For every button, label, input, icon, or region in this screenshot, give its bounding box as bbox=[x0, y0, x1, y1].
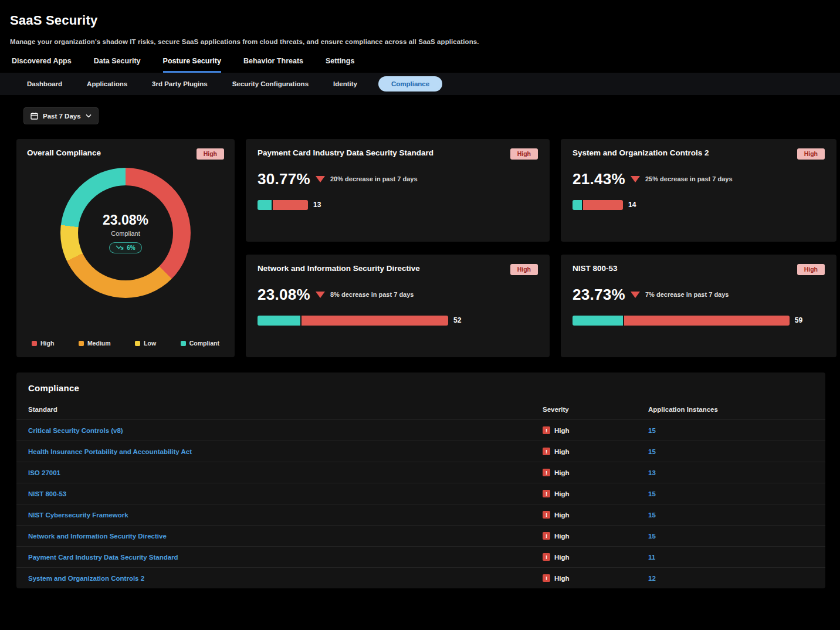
table-row: Payment Card Industry Data Security Stan… bbox=[16, 546, 825, 567]
top-tabs: Discovered Apps Data Security Posture Se… bbox=[0, 57, 840, 73]
severity-cell: ! High bbox=[543, 426, 648, 434]
trend-text: 7% decrease in past 7 days bbox=[645, 291, 729, 298]
severity-high-icon: ! bbox=[543, 574, 550, 582]
bar-track bbox=[258, 316, 448, 326]
subtab-applications[interactable]: Applications bbox=[83, 76, 131, 92]
donut-center: 23.08% Compliant 6% bbox=[78, 185, 173, 280]
subtab-dashboard[interactable]: Dashboard bbox=[23, 76, 66, 92]
compliance-percentage: 23.08% bbox=[258, 286, 310, 304]
standard-link[interactable]: ISO 27001 bbox=[28, 469, 543, 476]
trend-text: 8% decrease in past 7 days bbox=[330, 291, 414, 298]
chevron-down-icon bbox=[86, 114, 92, 118]
application-instances-link[interactable]: 12 bbox=[648, 575, 814, 582]
trend-text: 25% decrease in past 7 days bbox=[645, 175, 733, 182]
trend-text: 20% decrease in past 7 days bbox=[330, 175, 418, 182]
card-title: Overall Compliance bbox=[27, 148, 101, 157]
page-subtitle: Manage your organization's shadow IT ris… bbox=[10, 38, 828, 45]
bar-noncompliant bbox=[273, 200, 308, 210]
standard-card: NIST 800-53 High 23.73% 7% decrease in p… bbox=[561, 255, 836, 357]
severity-high-icon: ! bbox=[543, 490, 550, 497]
subtab-identity[interactable]: Identity bbox=[330, 76, 361, 92]
tab-data-security[interactable]: Data Security bbox=[94, 57, 141, 73]
severity-high-icon: ! bbox=[543, 448, 550, 455]
legend-swatch bbox=[32, 341, 37, 346]
legend-label: Low bbox=[144, 340, 156, 347]
legend-item: Low bbox=[135, 340, 156, 347]
table-title: Compliance bbox=[16, 383, 825, 393]
table-row: Critical Security Controls (v8) ! High 1… bbox=[16, 419, 825, 441]
table-row: NIST Cybersecurity Framework ! High 15 bbox=[16, 504, 825, 525]
instance-count: 14 bbox=[628, 201, 636, 209]
standard-link[interactable]: Payment Card Industry Data Security Stan… bbox=[28, 554, 543, 561]
trend-down-icon bbox=[631, 176, 640, 182]
application-instances-link[interactable]: 15 bbox=[648, 448, 814, 455]
standard-link[interactable]: Health Insurance Portability and Account… bbox=[28, 448, 543, 455]
bar-compliant bbox=[573, 200, 583, 210]
instance-count: 59 bbox=[795, 316, 802, 324]
donut-center-value: 23.08% bbox=[103, 212, 148, 228]
legend-item: Medium bbox=[79, 340, 111, 347]
table-row: NIST 800-53 ! High 15 bbox=[16, 483, 825, 504]
application-instances-link[interactable]: 15 bbox=[648, 533, 814, 540]
subtab-compliance[interactable]: Compliance bbox=[378, 76, 442, 92]
severity-cell: ! High bbox=[543, 511, 648, 519]
column-header-standard: Standard bbox=[28, 406, 543, 413]
compliance-percentage: 21.43% bbox=[573, 170, 625, 188]
subtab-3rd-party-plugins[interactable]: 3rd Party Plugins bbox=[148, 76, 211, 92]
application-instances-link[interactable]: 15 bbox=[648, 427, 814, 434]
application-instances-link[interactable]: 15 bbox=[648, 512, 814, 519]
page-header: SaaS Security Manage your organization's… bbox=[0, 0, 840, 45]
compliance-percentage: 23.73% bbox=[573, 286, 625, 304]
sub-nav: Dashboard Applications 3rd Party Plugins… bbox=[0, 73, 840, 95]
application-instances-link[interactable]: 13 bbox=[648, 469, 814, 476]
column-header-severity: Severity bbox=[543, 406, 648, 413]
application-instances-link[interactable]: 15 bbox=[648, 490, 814, 497]
standard-link[interactable]: System and Organization Controls 2 bbox=[28, 575, 543, 582]
severity-high-icon: ! bbox=[543, 511, 550, 519]
table-row: Health Insurance Portability and Account… bbox=[16, 441, 825, 462]
severity-label: High bbox=[554, 533, 570, 540]
legend-swatch bbox=[181, 341, 186, 346]
instance-count: 13 bbox=[313, 201, 321, 209]
severity-label: High bbox=[554, 469, 570, 476]
standard-link[interactable]: NIST Cybersecurity Framework bbox=[28, 512, 543, 519]
tab-behavior-threats[interactable]: Behavior Threats bbox=[243, 57, 303, 73]
severity-high-icon: ! bbox=[543, 553, 550, 561]
bar-track bbox=[573, 200, 623, 210]
severity-cell: ! High bbox=[543, 532, 648, 540]
severity-cell: ! High bbox=[543, 448, 648, 455]
tab-posture-security[interactable]: Posture Security bbox=[163, 57, 221, 73]
bar-noncompliant bbox=[302, 316, 448, 326]
legend-swatch bbox=[79, 341, 84, 346]
compliance-percentage: 30.77% bbox=[258, 170, 310, 188]
tab-settings[interactable]: Settings bbox=[326, 57, 354, 73]
date-range-dropdown[interactable]: Past 7 Days bbox=[23, 107, 99, 124]
severity-badge: High bbox=[197, 148, 224, 160]
bar-noncompliant bbox=[583, 200, 623, 210]
tab-discovered-apps[interactable]: Discovered Apps bbox=[12, 57, 72, 73]
column-header-application-instances: Application Instances bbox=[648, 406, 814, 413]
subtab-security-configurations[interactable]: Security Configurations bbox=[229, 76, 312, 92]
overall-compliance-card: Overall Compliance High 23.08% Compliant… bbox=[16, 139, 235, 357]
severity-label: High bbox=[554, 554, 570, 561]
donut-legend: High Medium Low Compliant bbox=[27, 340, 224, 348]
trend-down-icon bbox=[316, 292, 325, 298]
severity-high-icon: ! bbox=[543, 532, 550, 540]
bar-compliant bbox=[258, 200, 273, 210]
bar-noncompliant bbox=[624, 316, 790, 326]
standard-link[interactable]: Network and Information Security Directi… bbox=[28, 533, 543, 540]
bar-compliant bbox=[258, 316, 302, 326]
card-title: NIST 800-53 bbox=[573, 264, 618, 273]
severity-label: High bbox=[554, 575, 570, 582]
bar-compliant bbox=[573, 316, 624, 326]
legend-item: High bbox=[32, 340, 54, 347]
application-instances-link[interactable]: 11 bbox=[648, 554, 814, 561]
standard-link[interactable]: Critical Security Controls (v8) bbox=[28, 427, 543, 434]
legend-item: Compliant bbox=[181, 340, 219, 347]
card-title: Network and Information Security Directi… bbox=[258, 264, 420, 273]
instance-count: 52 bbox=[453, 316, 461, 324]
standard-link[interactable]: NIST 800-53 bbox=[28, 490, 543, 497]
standard-card: Network and Information Security Directi… bbox=[246, 255, 550, 357]
standard-card: Payment Card Industry Data Security Stan… bbox=[246, 139, 550, 242]
card-title: System and Organization Controls 2 bbox=[573, 148, 709, 157]
